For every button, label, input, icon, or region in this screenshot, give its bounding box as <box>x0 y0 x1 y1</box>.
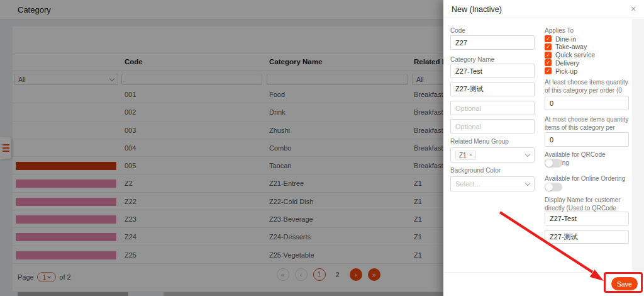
tag-remove-icon[interactable]: × <box>469 152 472 158</box>
close-icon[interactable]: × <box>628 4 638 14</box>
checkbox-label: Quick service <box>555 51 595 59</box>
checkbox-checked-icon[interactable]: ✓ <box>545 35 552 42</box>
category-name-input[interactable] <box>450 64 535 78</box>
display-name-input-1[interactable] <box>545 212 629 225</box>
applies-to-option[interactable]: ✓Delivery <box>545 59 633 67</box>
qrcode-ordering-toggle[interactable] <box>545 159 562 168</box>
online-ordering-label: Available for Online Ordering <box>545 174 629 183</box>
chevron-down-icon <box>525 151 530 156</box>
background-color-label: Background Color <box>450 166 535 174</box>
checkbox-checked-icon[interactable]: ✓ <box>545 59 552 66</box>
at-least-input[interactable] <box>545 96 629 110</box>
drawer-header: New (Inactive) × <box>443 0 644 18</box>
save-button[interactable]: Save <box>611 277 638 290</box>
applies-to-option[interactable]: ✓Dine-in <box>545 35 633 43</box>
applies-to-group: ✓Dine-in✓Take-away✓Quick service✓Deliver… <box>545 35 633 75</box>
checkbox-checked-icon[interactable]: ✓ <box>545 43 552 50</box>
related-menu-group-select[interactable]: Z1 × <box>450 147 535 162</box>
selected-tag: Z1 × <box>455 151 476 160</box>
code-label: Code <box>450 26 535 35</box>
online-ordering-toggle[interactable] <box>545 183 562 191</box>
applies-to-option[interactable]: ✓Quick service <box>545 51 633 59</box>
checkbox-label: Delivery <box>555 59 579 67</box>
drawer-title: New (Inactive) <box>452 5 502 14</box>
checkbox-label: Take-away <box>555 43 587 50</box>
applies-to-option[interactable]: ✓Pick-up <box>545 67 633 75</box>
checkbox-label: Dine-in <box>555 35 576 43</box>
background-color-placeholder: Select... <box>455 180 526 188</box>
applies-to-label: Applies To <box>545 26 629 35</box>
category-name-cn-input[interactable] <box>450 82 535 96</box>
drawer-scrollbar-track[interactable] <box>632 19 644 271</box>
at-most-input[interactable] <box>545 132 629 147</box>
app-screen: Category Code Category Name Related Menu… <box>0 0 644 296</box>
category-name-label: Category Name <box>450 55 535 64</box>
optional-name-input-2[interactable] <box>450 119 535 134</box>
related-menu-group-label: Related Menu Group <box>450 137 535 145</box>
tag-label: Z1 <box>459 152 467 159</box>
background-color-select[interactable]: Select... <box>450 176 535 191</box>
display-name-input-2[interactable] <box>545 230 629 244</box>
applies-to-option[interactable]: ✓Take-away <box>545 43 633 51</box>
chevron-down-icon <box>525 180 530 185</box>
checkbox-checked-icon[interactable]: ✓ <box>545 52 552 59</box>
optional-name-input-1[interactable] <box>450 101 535 115</box>
checkbox-label: Pick-up <box>555 67 577 75</box>
checkbox-checked-icon[interactable]: ✓ <box>545 67 552 74</box>
new-category-drawer: New (Inactive) × Code Category Name Rela… <box>443 0 644 296</box>
code-input[interactable] <box>450 35 535 50</box>
